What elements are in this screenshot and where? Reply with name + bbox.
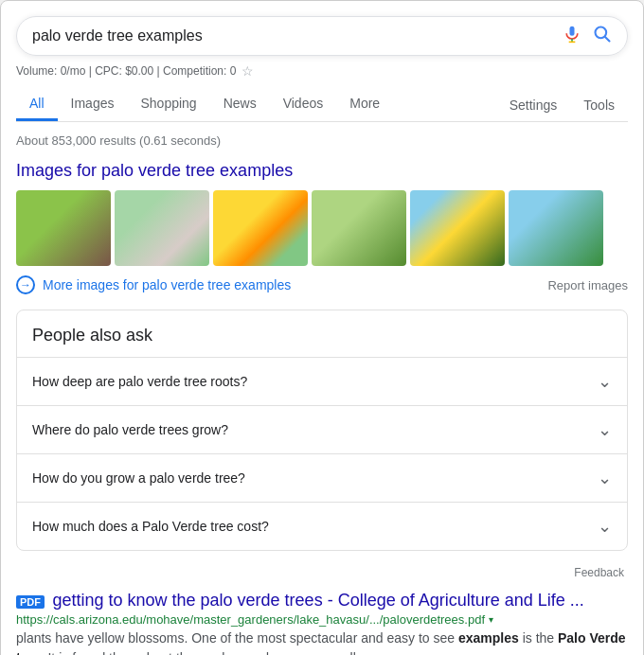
search-icons (563, 25, 612, 47)
paa-question-2: Where do palo verde trees grow? (32, 422, 228, 437)
tabs-bar: All Images Shopping News Videos More Set… (16, 88, 628, 122)
volume-text: Volume: 0/mo | CPC: $0.00 | Competition:… (16, 64, 236, 78)
paa-question-1: How deep are palo verde tree roots? (32, 374, 247, 389)
star-icon[interactable]: ☆ (242, 63, 254, 79)
thumbnail-5[interactable] (410, 190, 505, 266)
paa-question-3: How do you grow a palo verde tree? (32, 470, 245, 486)
paa-question-4: How much does a Palo Verde tree cost? (32, 519, 269, 534)
report-images-link[interactable]: Report images (547, 278, 628, 292)
tab-tools[interactable]: Tools (570, 90, 628, 120)
tab-all[interactable]: All (16, 88, 58, 121)
feedback-link[interactable]: Feedback (574, 566, 624, 579)
result-url-1: https://cals.arizona.edu/mohave/master_g… (16, 612, 628, 627)
tab-news[interactable]: News (210, 88, 270, 121)
result-snippet-1: plants have yellow blossoms. One of the … (16, 628, 628, 655)
main-container: Volume: 0/mo | CPC: $0.00 | Competition:… (0, 0, 644, 655)
mic-icon[interactable] (563, 25, 581, 47)
arrow-right-icon: → (16, 275, 35, 294)
result-dropdown-icon-1[interactable]: ▾ (489, 614, 493, 625)
thumbnail-3[interactable] (213, 190, 308, 266)
snippet-after: . It is found throughout the washes and … (41, 650, 371, 655)
snippet-keyword1: examples (458, 630, 519, 646)
snippet-before: plants have yellow blossoms. One of the … (16, 630, 458, 646)
results-count: About 853,000 results (0.61 seconds) (16, 133, 628, 148)
result-url-text-1[interactable]: https://cals.arizona.edu/mohave/master_g… (16, 612, 485, 627)
image-strip (16, 190, 628, 266)
more-images-text: More images for palo verde tree examples (43, 277, 291, 292)
paa-item-3[interactable]: How do you grow a palo verde tree? ⌄ (17, 453, 627, 502)
images-heading: Images for palo verde tree examples (16, 161, 628, 181)
pdf-label: PDF (16, 595, 45, 609)
chevron-down-icon-3: ⌄ (598, 468, 612, 488)
search-bar (16, 16, 628, 56)
result-title-link-1[interactable]: getting to know the palo verde trees - C… (52, 591, 583, 610)
svg-line-4 (605, 37, 610, 42)
svg-rect-0 (570, 27, 575, 36)
snippet-middle: is the (519, 630, 558, 646)
search-result-1: PDF getting to know the palo verde trees… (16, 591, 628, 655)
volume-row: Volume: 0/mo | CPC: $0.00 | Competition:… (16, 63, 628, 79)
thumbnail-6[interactable] (509, 190, 603, 266)
chevron-down-icon-1: ⌄ (598, 371, 612, 392)
tab-images[interactable]: Images (58, 88, 128, 121)
tab-more[interactable]: More (336, 88, 393, 121)
chevron-down-icon-4: ⌄ (598, 516, 612, 537)
feedback-row: Feedback (16, 566, 628, 579)
paa-title: People also ask (17, 310, 627, 357)
people-also-ask-box: People also ask How deep are palo verde … (16, 310, 628, 551)
more-images-link[interactable]: → More images for palo verde tree exampl… (16, 275, 291, 294)
images-heading-link[interactable]: Images for palo verde tree examples (16, 161, 293, 180)
paa-item-4[interactable]: How much does a Palo Verde tree cost? ⌄ (17, 502, 627, 550)
thumbnail-1[interactable] (16, 190, 111, 266)
tab-settings[interactable]: Settings (496, 90, 571, 120)
result-title-1: PDF getting to know the palo verde trees… (16, 591, 628, 611)
search-icon[interactable] (593, 25, 612, 47)
paa-item-1[interactable]: How deep are palo verde tree roots? ⌄ (17, 357, 627, 405)
thumbnail-4[interactable] (312, 190, 406, 266)
more-images-row: → More images for palo verde tree exampl… (16, 275, 628, 294)
chevron-down-icon-2: ⌄ (598, 419, 612, 440)
thumbnail-2[interactable] (115, 190, 209, 266)
tab-videos[interactable]: Videos (270, 88, 337, 121)
paa-item-2[interactable]: Where do palo verde trees grow? ⌄ (17, 405, 627, 453)
tab-shopping[interactable]: Shopping (127, 88, 209, 121)
search-input[interactable] (32, 27, 563, 44)
